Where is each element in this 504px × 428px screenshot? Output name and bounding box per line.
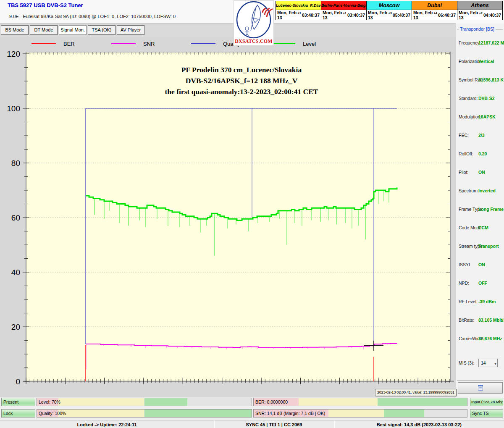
param-label: BitRate:: [459, 318, 474, 323]
ber-progressbar: BER: 0,0000000: [253, 398, 467, 406]
transponder-param-row: Frame Type: Long Frame: [456, 202, 504, 221]
legend-label: Level: [303, 41, 316, 47]
transponder-param-row: Standard: DVB-S2: [456, 92, 504, 110]
transponder-param-row: NPD: OFF: [456, 276, 504, 295]
legend-item-quality: Quality: [191, 40, 240, 47]
svg-text:0: 0: [16, 377, 20, 386]
param-value: 0.20: [478, 151, 487, 156]
tab-bs-mode[interactable]: BS Mode: [1, 25, 29, 35]
tab-tsa-ok[interactable]: TSA (OK): [88, 25, 116, 35]
satellite-subtitle: 9.0E - Eutelsat 9B/Ka-Sat 9A (ID: 0090) …: [9, 14, 176, 19]
clock-time: Mon, Feb 13 +3 05:40:37: [367, 10, 412, 20]
transponder-param-row: Pilot: ON: [456, 165, 504, 184]
log-file-icon: [478, 385, 483, 391]
bar-segment: [299, 398, 378, 406]
legend-item-snr: SNR: [111, 40, 155, 47]
clock-panel: Dubai Mon, Feb 13 +4 06:40:37: [412, 1, 457, 20]
param-value: CCM: [478, 225, 488, 230]
clock-panel: Berlin-Paris-Vienna-Belgrade Mon, Feb 13…: [321, 1, 367, 20]
bar-segment: [378, 398, 467, 406]
legend-line-icon: [111, 43, 136, 44]
param-value: 2/3: [478, 133, 485, 138]
param-label: Frequency:: [459, 40, 481, 45]
param-label: Spectrum:: [459, 188, 479, 193]
log-button[interactable]: [458, 382, 503, 394]
transponder-sidebar: Transponder [BS] Frequency: 12187,622 MH…: [456, 24, 504, 397]
svg-text:the first quasi-anomaly:13-2-2: the first quasi-anomaly:13-2-2023_02:00:…: [165, 87, 318, 96]
legend-label: SNR: [143, 41, 155, 47]
param-value: ON: [478, 262, 485, 267]
dxsatcs-logo: DXSATCS.COM: [234, 0, 274, 46]
clock-time: Mon, Feb 13 +2 04:40:37: [457, 10, 502, 20]
statusbar-section: SYNC 45 | TEI 1 | CC 2069: [214, 420, 334, 428]
svg-text:60: 60: [11, 213, 20, 222]
param-value: DVB-S2: [478, 96, 495, 101]
clock-panel: Lučenec-Slovakia_R.Dávid Mon, Feb 13 +1 …: [276, 1, 321, 20]
utc-offset: +4: [433, 11, 437, 15]
clock-date: Mon, Feb 13: [323, 10, 343, 20]
transponder-params: Frequency: 12187,622 MHzPolarization: Ve…: [456, 36, 504, 374]
tab-signal-mon[interactable]: Signal Mon.: [59, 25, 87, 35]
svg-text:PF Prodelin 370 cm_Lucenec/Slo: PF Prodelin 370 cm_Lucenec/Slovakia: [181, 66, 302, 74]
satellite-dish-icon: [234, 1, 273, 39]
transponder-param-row: FEC: 2/3: [456, 129, 504, 147]
input-bitrate-box: Input (~23,78 Mbps): [470, 398, 503, 406]
legend-line-icon: [191, 43, 215, 44]
param-value: 12187,622 MHz: [478, 40, 504, 45]
svg-text:100: 100: [7, 104, 20, 113]
chevron-down-icon: ▾: [494, 360, 496, 368]
sync-ts-box: Sync TS: [470, 409, 503, 417]
param-value: 31396,813 KS/s: [478, 77, 504, 82]
transponder-param-row: Spectrum: Inverted: [456, 184, 504, 202]
signal-monitor-chart-panel: 020406080100120PF Prodelin 370 cm_Lucene…: [0, 37, 456, 397]
param-label: RF Level:: [459, 299, 478, 304]
clock-date: Mon, Feb 13: [459, 10, 479, 20]
bar-segment: [58, 410, 144, 417]
transponder-param-row: CarrierWidth: 37,676 MHz: [456, 332, 504, 350]
lock-status-box: Lock: [1, 409, 35, 417]
statusbar-section: Best signal: 14,3 dB (2023-02-13 03:22): [334, 420, 504, 428]
param-label: NPD:: [459, 281, 469, 286]
sidebar-separator: [457, 380, 503, 381]
utc-offset: +3: [388, 11, 392, 15]
clock-time: Mon, Feb 13 +1 03:40:37: [276, 10, 321, 20]
param-value: Long Frame: [478, 207, 504, 212]
mode-tabstrip: BS ModeDT ModeSignal Mon.TSA (OK)AV Play…: [0, 24, 456, 37]
bar-label: BER: 0,0000000: [255, 398, 288, 406]
signal-chart: 020406080100120PF Prodelin 370 cm_Lucene…: [0, 37, 456, 397]
svg-text:20: 20: [11, 323, 20, 331]
tab-av-player[interactable]: AV Player: [117, 25, 144, 35]
legend-item-ber: BER: [32, 40, 75, 47]
bar-segment: [144, 410, 252, 417]
level-progressbar: Level: 70%: [37, 398, 252, 406]
param-label: RollOff:: [459, 151, 473, 156]
bar-segment: [328, 410, 384, 417]
param-value: Vertical: [478, 59, 494, 64]
transponder-param-row: Modulation: 16APSK: [456, 110, 504, 129]
snr-progressbar: SNR: 14,1 dB (Margin: 7,1 dB | OK): [253, 409, 467, 417]
mis-row: MIS (3): 14 ▾: [456, 355, 504, 374]
utc-offset: +1: [297, 11, 301, 15]
param-value: OFF: [478, 281, 487, 286]
mis-label: MIS (3):: [459, 360, 474, 365]
clock-date: Mon, Feb 13: [368, 10, 388, 20]
clock-panel: Athens Mon, Feb 13 +2 04:40:37: [457, 1, 503, 20]
logo-text: DXSATCS.COM: [234, 38, 273, 45]
svg-text:120: 120: [7, 50, 20, 58]
legend-item-level: Level: [271, 40, 316, 47]
clock-time: Mon, Feb 13 +4 06:40:37: [412, 10, 457, 20]
clock-date: Mon, Feb 13: [277, 10, 297, 20]
transponder-group-label: Transponder [BS]: [459, 26, 496, 32]
clock-city: Athens: [457, 1, 502, 10]
svg-text:80: 80: [11, 159, 20, 168]
bar-segment: [58, 398, 144, 406]
transponder-param-row: ISSYI ON: [456, 258, 504, 276]
clock-hms: 04:40:37: [483, 13, 501, 18]
tab-dt-mode[interactable]: DT Mode: [30, 25, 58, 35]
world-clocks: Lučenec-Slovakia_R.Dávid Mon, Feb 13 +1 …: [276, 1, 503, 20]
bar-segment: [187, 398, 252, 406]
mis-dropdown[interactable]: 14 ▾: [478, 359, 498, 367]
clock-panel: Moscow Mon, Feb 13 +3 05:40:37: [366, 1, 412, 20]
quality-progressbar: Quality: 100%: [37, 409, 252, 417]
bar-label: Level: 70%: [39, 398, 60, 406]
